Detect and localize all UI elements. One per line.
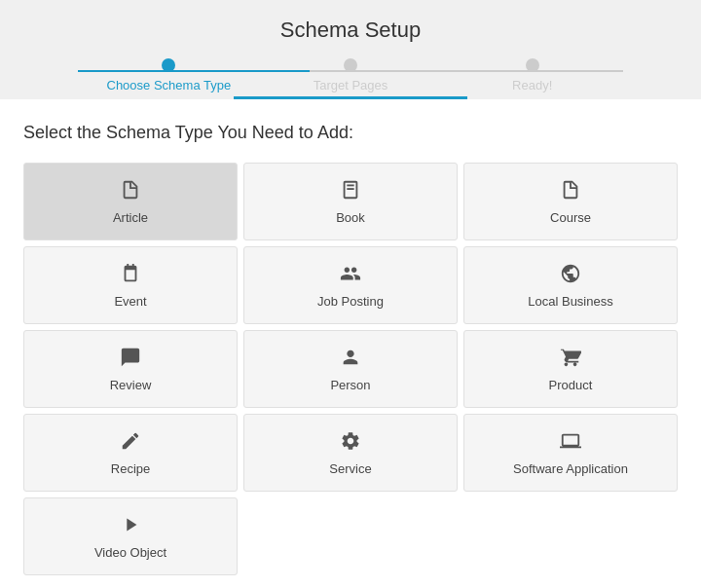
step-ready: Ready! bbox=[441, 58, 623, 92]
schema-item-book[interactable]: Book bbox=[243, 163, 458, 240]
book-icon bbox=[340, 179, 361, 204]
schema-item-review[interactable]: Review bbox=[23, 330, 238, 408]
service-icon bbox=[340, 430, 361, 456]
product-icon bbox=[560, 347, 581, 372]
schema-item-person[interactable]: Person bbox=[243, 330, 458, 408]
schema-item-course[interactable]: Course bbox=[463, 163, 678, 240]
schema-item-product[interactable]: Product bbox=[463, 330, 678, 408]
step-label-3: Ready! bbox=[512, 78, 552, 92]
schema-item-event[interactable]: Event bbox=[23, 246, 238, 324]
job-posting-icon bbox=[340, 263, 361, 288]
software-application-icon bbox=[560, 430, 581, 456]
main-content: Select the Schema Type You Need to Add: … bbox=[0, 99, 701, 588]
step-target-pages: Target Pages bbox=[260, 58, 442, 92]
schema-item-video-object[interactable]: Video Object bbox=[23, 497, 238, 575]
section-title: Select the Schema Type You Need to Add: bbox=[23, 123, 678, 143]
schema-label-course: Course bbox=[550, 210, 591, 225]
steps-nav: Choose Schema Type Target Pages Ready! bbox=[0, 58, 701, 92]
schema-label-job-posting: Job Posting bbox=[317, 294, 384, 309]
schema-item-job-posting[interactable]: Job Posting bbox=[243, 246, 458, 324]
step-choose-schema: Choose Schema Type bbox=[78, 58, 260, 92]
schema-label-review: Review bbox=[110, 378, 152, 392]
svg-rect-0 bbox=[347, 184, 353, 186]
video-object-icon bbox=[120, 514, 141, 539]
svg-rect-1 bbox=[347, 188, 353, 190]
schema-item-recipe[interactable]: Recipe bbox=[23, 414, 238, 492]
schema-label-article: Article bbox=[113, 210, 148, 225]
schema-label-product: Product bbox=[549, 378, 593, 392]
page-title: Schema Setup bbox=[0, 18, 701, 43]
schema-item-software-application[interactable]: Software Application bbox=[463, 414, 678, 492]
review-icon bbox=[120, 347, 141, 372]
recipe-icon bbox=[120, 430, 141, 456]
schema-item-article[interactable]: Article bbox=[23, 163, 238, 240]
schema-label-local-business: Local Business bbox=[528, 294, 612, 309]
event-icon bbox=[120, 263, 141, 288]
schema-label-service: Service bbox=[329, 461, 371, 476]
header: Schema Setup Choose Schema Type Target P… bbox=[0, 0, 701, 99]
article-icon bbox=[120, 179, 141, 204]
schema-grid: ArticleBookCourseEventJob PostingLocal B… bbox=[23, 163, 678, 575]
step-dot-1 bbox=[162, 58, 175, 72]
step-label-2: Target Pages bbox=[314, 78, 388, 92]
schema-label-video-object: Video Object bbox=[94, 545, 166, 560]
schema-item-local-business[interactable]: Local Business bbox=[463, 246, 678, 324]
schema-label-book: Book bbox=[336, 210, 365, 225]
local-business-icon bbox=[560, 263, 581, 288]
step-label-1: Choose Schema Type bbox=[107, 78, 232, 92]
step-dot-3 bbox=[526, 58, 539, 72]
step-dot-2 bbox=[344, 58, 357, 72]
schema-label-software-application: Software Application bbox=[513, 461, 628, 476]
schema-item-service[interactable]: Service bbox=[243, 414, 458, 492]
schema-label-recipe: Recipe bbox=[111, 461, 150, 476]
person-icon bbox=[340, 347, 361, 372]
course-icon bbox=[560, 179, 581, 204]
schema-label-event: Event bbox=[114, 294, 146, 309]
schema-label-person: Person bbox=[330, 378, 370, 392]
